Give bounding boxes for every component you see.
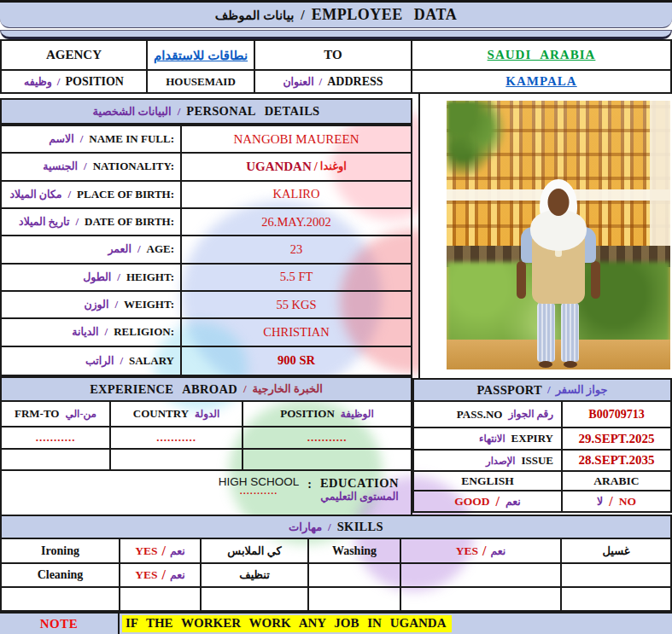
personal-details-header: البيانات الشخصية / PERSONAL DETAILS <box>0 98 412 125</box>
passport-header-arabic: جواز السفر <box>556 383 608 397</box>
note-label: NOTE <box>40 617 79 631</box>
position-value-cell: HOUSEMAID <box>148 71 255 92</box>
height-label: الطول / HEIGHT: <box>2 265 182 292</box>
skill-ironing-label: Ironing <box>2 539 120 564</box>
arabic-language-header: ARABIC <box>563 472 670 491</box>
position-column-header: POSITION الوظيفة <box>243 402 411 428</box>
weight-value-cell: 55 KGS <box>182 292 411 319</box>
figure-right-foot <box>564 361 577 368</box>
personal-header-separator: / <box>178 105 181 119</box>
country-header-arabic: الدولة <box>195 408 219 421</box>
religion-label-separator: / <box>105 325 108 339</box>
experience-header-english: EXPERIENCE ABROAD <box>90 382 237 397</box>
skill-washing-arabic: غسيل <box>562 539 670 564</box>
salary-label-english: SALARY <box>129 354 174 368</box>
age-label-english: AGE: <box>147 242 175 256</box>
note-text-cell: IF THE WORKER WORK ANY JOB IN UGANDA <box>120 614 672 634</box>
nationality-label: الجنسية / NATIONALITY: <box>2 154 182 181</box>
religion-label: الديانة / RELIGION: <box>2 319 182 346</box>
skills-empty-cell <box>562 588 670 610</box>
arabic-level-separator: / <box>609 494 612 509</box>
english-level-cell: GOOD / نعم <box>414 491 563 511</box>
figure-right-arm <box>591 261 600 299</box>
skills-empty-cell <box>120 588 202 610</box>
passport-issue-label: الإصدار ISSUE <box>414 451 563 472</box>
religion-value-cell: CHRISTIAN <box>182 319 411 346</box>
date-of-birth-label-english: DATE OF BIRTH: <box>85 215 174 229</box>
experience-header-separator: / <box>243 382 247 396</box>
address-label-cell: العنوان / ADDRESS <box>255 71 412 92</box>
date-of-birth-label-separator: / <box>75 215 79 229</box>
passport-table: PASS.NO رقم الجواز B00709713 الانتهاء EX… <box>412 402 672 513</box>
date-of-birth-label: تاريخ الميلاد / DATE OF BIRTH: <box>2 209 182 236</box>
name-value-cell: NANGOBI MAUREEN <box>182 126 411 154</box>
education-section: HIGH SCHOOL ........... : EDUCATION المس… <box>0 471 412 515</box>
arabic-level-english: NO <box>619 495 636 509</box>
photo-background-pillar <box>650 101 670 251</box>
country-column-header: COUNTRY الدولة <box>111 402 243 428</box>
address-value-link[interactable]: KAMPALA <box>505 74 576 89</box>
religion-label-arabic: الديانة <box>72 325 98 339</box>
note-highlighted-text: IF THE WORKER WORK ANY JOB IN UGANDA <box>122 615 452 632</box>
skill-cleaning-level: YES / نعم <box>120 564 202 588</box>
english-level-separator: / <box>495 494 499 509</box>
personal-details-table: الاسم / NAME IN FULL: NANGOBI MAUREEN ال… <box>0 125 412 376</box>
age-value: 23 <box>290 242 303 257</box>
figure-right-leg <box>561 302 579 362</box>
skills-empty-cell <box>202 588 309 610</box>
weight-label: الوزن / WEIGHT: <box>2 292 182 319</box>
skills-empty-cell <box>401 564 562 588</box>
experience-abroad-header: EXPERIENCE ABROAD / الخبرة الخارجية <box>0 376 412 402</box>
title-decor-strip <box>0 30 672 39</box>
name-label-arabic: الاسم <box>49 132 73 146</box>
country-entry-dots: ........... <box>156 431 196 445</box>
education-label-english: EDUCATION <box>320 476 399 490</box>
personal-header-arabic: البيانات الشخصية <box>93 105 172 119</box>
agency-name-link[interactable]: نطاقات للاستقدام <box>148 41 255 71</box>
nationality-value-english: UGANDAN <box>246 160 312 174</box>
form-title-arabic: بيانات الموظف <box>215 8 295 23</box>
experience-header-arabic: الخبرة الخارجية <box>253 382 323 396</box>
destination-link[interactable]: SAUDI ARABIA <box>488 48 596 62</box>
weight-label-separator: / <box>114 298 118 311</box>
nationality-label-separator: / <box>84 160 87 173</box>
frm-to-header-english: FRM-TO <box>15 407 59 421</box>
religion-label-english: RELIGION: <box>114 325 174 339</box>
passport-number-label-arabic: رقم الجواز <box>508 408 553 421</box>
place-of-birth-label: مكان الميلاد / PLACE OF BIRTH: <box>2 182 182 209</box>
form-title-english: EMPLOYEE DATA <box>312 6 457 24</box>
figure-left-arm <box>517 261 526 299</box>
candidate-figure <box>516 179 601 369</box>
title-separator: / <box>301 8 304 23</box>
position-empty-cell <box>243 450 411 469</box>
date-of-birth-value: 26.MAY.2002 <box>261 215 330 230</box>
note-label-cell: NOTE <box>0 614 120 634</box>
skill-ironing-arabic: كي الملابس <box>202 539 309 564</box>
skills-table: Ironing YES / نعم كي الملابس Washing YES… <box>0 539 672 612</box>
washing-yes-arabic: نعم <box>490 544 505 558</box>
height-label-separator: / <box>117 270 120 284</box>
religion-value: CHRISTIAN <box>263 325 329 340</box>
arabic-level-cell: لا / NO <box>563 491 670 511</box>
agency-name[interactable]: نطاقات للاستقدام <box>154 48 248 63</box>
form-title-bar: بيانات الموظف / EMPLOYEE DATA <box>0 0 672 28</box>
age-label-arabic: العمر <box>108 242 131 256</box>
english-language-header: ENGLISH <box>414 472 563 491</box>
photo-cell <box>418 94 672 378</box>
passport-issue-value-cell: 28.SEPT.2035 <box>563 451 670 472</box>
salary-value-cell: 900 SR <box>182 347 411 375</box>
skills-empty-cell <box>562 564 670 588</box>
name-value: NANGOBI MAUREEN <box>233 132 359 147</box>
skills-empty-cell <box>309 588 401 610</box>
education-label-arabic: المستوى التعليمي <box>320 491 399 503</box>
place-of-birth-label-separator: / <box>67 188 71 201</box>
passport-number-value-cell: B00709713 <box>563 402 670 428</box>
passport-header-english: PASSPORT <box>477 383 543 398</box>
place-of-birth-label-arabic: مكان الميلاد <box>9 188 61 201</box>
cleaning-yes-separator: / <box>161 567 165 583</box>
nationality-value-arabic: اوغندا <box>320 160 347 173</box>
country-entry-cell: ........... <box>111 428 243 450</box>
figure-hijab-drape <box>530 210 587 251</box>
age-label-separator: / <box>137 242 141 256</box>
agency-table: AGENCY نطاقات للاستقدام TO SAUDI ARABIA … <box>0 39 672 94</box>
